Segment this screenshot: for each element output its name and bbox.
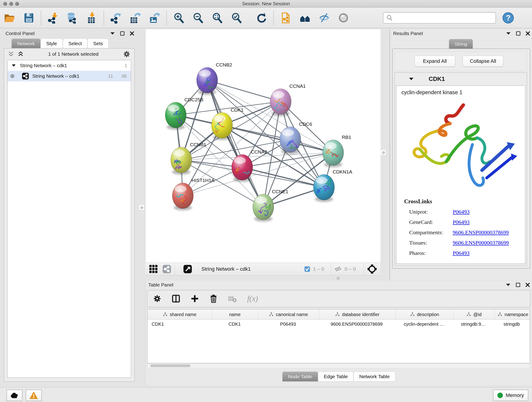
inactive-view-button[interactable] [336,11,351,25]
save-session-button[interactable] [22,11,36,25]
zoom-selected-button[interactable] [229,11,244,25]
show-all-views-button[interactable] [298,11,312,25]
crosslink-value-link[interactable]: P06493 [453,250,469,256]
section-collapse-icon[interactable] [409,77,413,80]
panel-menu-icon[interactable] [506,32,511,35]
node-CCNA1[interactable]: CCNA1 [270,83,306,116]
node-CCNE1[interactable]: CCNE1 [253,189,288,222]
expand-all-button[interactable]: Expand All [414,56,455,67]
crosslink-value-link[interactable]: 9606.ENSP00000378699 [453,230,509,236]
scrollbar-thumb[interactable] [150,364,190,367]
column-header-description[interactable]: description [396,309,454,319]
bottom-splitter-handle[interactable] [336,275,341,281]
float-panel-icon[interactable] [516,31,520,36]
column-header-database-identifier[interactable]: database identifier [319,309,396,319]
import-network-file-button[interactable] [46,11,60,25]
close-panel-icon[interactable] [526,31,530,36]
edge-CCNB2-CCNE1[interactable] [207,80,263,207]
node-CCNB1[interactable]: CCNB1 [171,142,206,175]
node-HIST1H1A[interactable]: HIST1H1A [172,178,215,211]
table-cell[interactable]: stringdb:9... [452,320,493,329]
column-header--id[interactable]: @id [454,309,495,319]
export-network-button[interactable] [109,11,123,25]
tab-sets[interactable]: Sets [88,38,109,48]
clone-network-button[interactable] [279,11,293,25]
network-row-selected[interactable]: String Network – cdk1 11 48 [7,71,131,81]
node-CDC25B[interactable]: CDC25B [165,97,203,130]
table-cell[interactable]: CDK1 [212,320,258,329]
tree-expand-icon[interactable] [12,64,16,67]
table-cell[interactable]: stringdb [493,320,530,329]
search-input[interactable] [395,13,496,23]
close-panel-icon[interactable] [525,283,530,287]
gene-section-header[interactable]: CDK1 [395,73,527,85]
table-cell[interactable]: 9606.ENSP00000378699 [318,320,395,329]
add-column-icon[interactable] [190,294,199,303]
zoom-out-button[interactable] [191,11,205,25]
delete-table-icon-disabled [228,294,237,303]
panel-menu-icon[interactable] [110,32,115,35]
right-splitter-handle[interactable] [380,150,386,155]
column-header-name[interactable]: name [212,309,258,319]
table-cell[interactable]: P06493 [258,320,318,329]
grid-view-icon[interactable] [149,264,158,274]
window-titlebar: Session: New Session [0,0,532,7]
selected-checkbox-icon[interactable] [304,266,310,272]
network-graph[interactable]: CCNB2CCNA1CDC25BCDK1CDC6RB1CCNB1CCNA2CDK… [146,29,380,262]
delete-icon[interactable] [209,294,218,303]
left-splitter-handle[interactable] [139,205,144,210]
float-panel-icon[interactable] [120,31,125,36]
tab-style[interactable]: Style [41,38,63,48]
table-cell[interactable]: cyclin-dependent ... [395,320,452,329]
tab-network[interactable]: Network [12,38,41,48]
network-view-icon[interactable] [162,264,171,274]
tab-node-table[interactable]: Node Table [282,371,318,381]
crosslink-value-link[interactable]: 9606.ENSP00000378699 [453,240,509,246]
network-collection-row[interactable]: String Network – cdk1 1 [7,60,131,71]
network-canvas[interactable]: CCNB2CCNA1CDC25BCDK1CDC6RB1CCNB1CCNA2CDK… [145,29,380,263]
memory-status-button[interactable]: Memory [493,390,528,401]
column-header-shared-name[interactable]: shared name [147,309,212,319]
column-header-canonical-name[interactable]: canonical name [258,309,319,319]
table-cell[interactable]: CDK1 [147,320,212,329]
warning-status-button[interactable] [26,390,42,401]
horizontal-scrollbar[interactable] [147,364,530,368]
help-button[interactable]: ? [501,11,515,25]
table-gear-icon[interactable] [153,294,162,303]
refresh-layout-button[interactable] [254,11,268,25]
tab-string[interactable]: String [449,39,473,49]
node-CCNB2[interactable]: CCNB2 [196,62,232,95]
collapse-all-button[interactable]: Collapse All [462,56,503,67]
export-table-button[interactable] [128,11,142,25]
node-RB1[interactable]: RB1 [323,134,351,167]
node-CDKN1A[interactable]: CDKN1A [313,169,352,202]
detach-view-icon[interactable] [183,264,192,274]
import-network-database-button[interactable] [65,11,80,25]
tab-network-table[interactable]: Network Table [354,371,395,381]
collapse-all-icon[interactable] [8,51,14,57]
zoom-fit-button[interactable] [210,11,224,25]
tab-edge-table[interactable]: Edge Table [318,371,354,381]
open-folder-icon [4,12,15,24]
birdseye-icon[interactable] [367,264,377,274]
hide-view-button[interactable] [317,11,331,25]
float-panel-icon[interactable] [516,283,520,287]
crosslink-value-link[interactable]: P06493 [453,219,469,225]
close-panel-icon[interactable] [130,31,134,36]
open-session-button[interactable] [2,11,17,25]
export-image-button[interactable] [147,11,162,25]
import-table-button[interactable] [85,11,99,25]
panel-menu-icon[interactable] [506,283,511,287]
edge-CDK1-RB1[interactable] [222,125,333,153]
zoom-in-button[interactable] [172,11,186,25]
crosslinks-list: Uniprot:P06493GeneCard:P06493Compartment… [409,209,525,256]
expand-all-icon[interactable] [17,51,24,57]
gear-icon[interactable] [123,50,131,58]
columns-icon[interactable] [172,294,180,303]
column-header-namespace[interactable]: namespace [495,309,530,319]
crosslink-value-link[interactable]: P06493 [453,209,469,215]
cloud-status-button[interactable] [6,390,22,401]
edge-CCNB2-CCNA1[interactable] [207,80,281,102]
tab-select[interactable]: Select [63,38,88,48]
table-row[interactable]: CDK1CDK1P064939606.ENSP00000378699cyclin… [147,320,530,329]
